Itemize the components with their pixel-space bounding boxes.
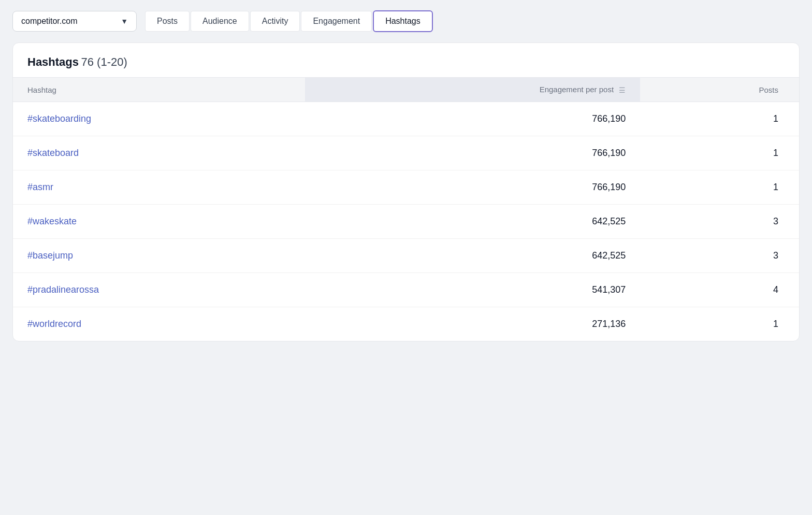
table-row: #skateboard766,1901	[13, 136, 799, 170]
hashtag-cell: #skateboarding	[13, 102, 305, 136]
tab-activity[interactable]: Activity	[250, 11, 300, 32]
hashtag-cell: #worldrecord	[13, 307, 305, 341]
domain-selector-value: competitor.com	[21, 17, 77, 26]
tab-posts[interactable]: Posts	[145, 11, 190, 32]
domain-selector[interactable]: competitor.com ▼	[12, 11, 137, 32]
hashtag-cell: #basejump	[13, 239, 305, 273]
tab-audience[interactable]: Audience	[191, 11, 249, 32]
filter-icon[interactable]: ☰	[619, 86, 626, 94]
table-row: #pradalinearossa541,3074	[13, 273, 799, 307]
posts-cell: 1	[640, 136, 799, 170]
top-bar: competitor.com ▼ Posts Audience Activity…	[12, 10, 800, 32]
hashtag-link[interactable]: #skateboard	[27, 148, 79, 158]
chevron-down-icon: ▼	[121, 17, 128, 25]
engagement-cell: 541,307	[305, 273, 640, 307]
card-header: Hashtags 76 (1-20)	[13, 43, 799, 78]
table-header-row: Hashtag Engagement per post ☰ Posts	[13, 78, 799, 102]
posts-cell: 1	[640, 170, 799, 205]
hashtag-link[interactable]: #skateboarding	[27, 113, 91, 124]
posts-cell: 1	[640, 307, 799, 341]
table-row: #skateboarding766,1901	[13, 102, 799, 136]
tabs-container: Posts Audience Activity Engagement Hasht…	[145, 10, 433, 32]
column-header-posts: Posts	[640, 78, 799, 102]
engagement-cell: 766,190	[305, 170, 640, 205]
posts-cell: 1	[640, 102, 799, 136]
engagement-cell: 642,525	[305, 205, 640, 239]
card-title: Hashtags	[27, 55, 79, 68]
table-row: #wakeskate642,5253	[13, 205, 799, 239]
engagement-cell: 271,136	[305, 307, 640, 341]
engagement-cell: 642,525	[305, 239, 640, 273]
column-header-hashtag: Hashtag	[13, 78, 305, 102]
column-header-engagement: Engagement per post ☰	[305, 78, 640, 102]
hashtag-link[interactable]: #wakeskate	[27, 216, 77, 226]
engagement-cell: 766,190	[305, 136, 640, 170]
tab-hashtags[interactable]: Hashtags	[373, 10, 433, 32]
hashtag-cell: #asmr	[13, 170, 305, 205]
table-row: #basejump642,5253	[13, 239, 799, 273]
tab-engagement[interactable]: Engagement	[301, 11, 372, 32]
engagement-cell: 766,190	[305, 102, 640, 136]
posts-cell: 3	[640, 205, 799, 239]
hashtag-link[interactable]: #pradalinearossa	[27, 284, 99, 295]
main-card: Hashtags 76 (1-20) Hashtag Engagement pe…	[12, 42, 800, 341]
posts-cell: 3	[640, 239, 799, 273]
hashtag-link[interactable]: #basejump	[27, 250, 73, 261]
hashtag-link[interactable]: #asmr	[27, 182, 53, 192]
card-title-count: 76 (1-20)	[81, 55, 127, 68]
table-row: #worldrecord271,1361	[13, 307, 799, 341]
hashtags-table: Hashtag Engagement per post ☰ Posts #ska…	[13, 78, 799, 341]
posts-cell: 4	[640, 273, 799, 307]
hashtag-cell: #skateboard	[13, 136, 305, 170]
table-row: #asmr766,1901	[13, 170, 799, 205]
hashtag-cell: #wakeskate	[13, 205, 305, 239]
hashtag-link[interactable]: #worldrecord	[27, 319, 81, 329]
hashtag-cell: #pradalinearossa	[13, 273, 305, 307]
